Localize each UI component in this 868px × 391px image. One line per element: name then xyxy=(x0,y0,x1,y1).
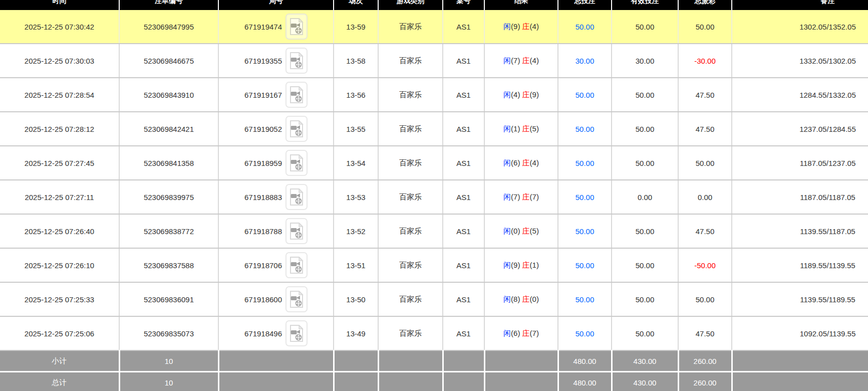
cell-total-bet: 50.00 xyxy=(558,112,612,146)
cell-valid-bet: 50.00 xyxy=(612,146,678,180)
video-replay-button[interactable] xyxy=(285,320,308,346)
cell-table-number: AS1 xyxy=(443,146,484,180)
cell-round: 671918959 xyxy=(218,146,334,180)
video-replay-icon xyxy=(290,154,304,171)
cell-game-type: 百家乐 xyxy=(378,146,443,180)
video-replay-button[interactable] xyxy=(285,218,308,244)
cell-remark: 1302.05/1352.05 xyxy=(732,10,868,44)
table-body: 2025-12-25 07:30:42523069847995671919474… xyxy=(0,10,868,350)
cell-remark: 1187.05/1187.05 xyxy=(732,180,868,214)
result-player-score: (7) xyxy=(511,56,520,65)
table-row: 2025-12-25 07:28:54523069843910671919167… xyxy=(0,78,868,112)
footer-bet-count: 10 xyxy=(119,350,218,372)
result-banker-score: (7) xyxy=(530,329,539,337)
total-bet-link[interactable]: 50.00 xyxy=(575,159,595,167)
cell-round: 671919474 xyxy=(218,10,334,44)
video-replay-button[interactable] xyxy=(285,116,308,142)
cell-bet-id: 523069838772 xyxy=(119,214,218,248)
result-banker-score: (4) xyxy=(530,56,539,65)
total-bet-link[interactable]: 50.00 xyxy=(575,295,595,304)
video-replay-button[interactable] xyxy=(285,14,308,40)
cell-total-bet: 50.00 xyxy=(558,146,612,180)
result-player-label: 闲 xyxy=(503,90,511,99)
cell-total-payout: 50.00 xyxy=(678,10,732,44)
video-replay-button[interactable] xyxy=(285,252,308,278)
total-bet-link[interactable]: 50.00 xyxy=(575,193,595,202)
table-row: 2025-12-25 07:26:40523069838772671918788… xyxy=(0,214,868,248)
cell-valid-bet: 50.00 xyxy=(612,316,678,350)
cell-total-bet: 50.00 xyxy=(558,282,612,316)
result-banker-label: 庄 xyxy=(522,90,530,99)
cell-result: 闲(9) 庄(1) xyxy=(484,248,558,282)
table-footer: 小计10480.00430.00260.00总计10480.00430.0026… xyxy=(0,350,868,391)
cell-table-number: AS1 xyxy=(443,214,484,248)
total-bet-link[interactable]: 50.00 xyxy=(575,23,595,31)
video-replay-button[interactable] xyxy=(285,150,308,176)
video-replay-button[interactable] xyxy=(285,184,308,210)
total-bet-link[interactable]: 50.00 xyxy=(575,329,595,338)
cell-session: 13-59 xyxy=(334,10,378,44)
cell-table-number: AS1 xyxy=(443,248,484,282)
round-number: 671918706 xyxy=(244,261,282,270)
result-banker-label: 庄 xyxy=(522,158,530,167)
cell-session: 13-54 xyxy=(334,146,378,180)
cell-game-type: 百家乐 xyxy=(378,248,443,282)
cell-bet-id: 523069837588 xyxy=(119,248,218,282)
cell-time: 2025-12-25 07:30:42 xyxy=(0,10,119,44)
video-replay-icon xyxy=(290,291,304,308)
round-wrap: 671919052 xyxy=(244,116,308,142)
footer-label-grand_total: 总计 xyxy=(0,372,119,391)
cell-valid-bet: 50.00 xyxy=(612,112,678,146)
video-replay-icon xyxy=(290,120,304,137)
footer-total-bet: 480.00 xyxy=(558,372,612,391)
cell-valid-bet: 50.00 xyxy=(612,282,678,316)
result-player-label: 闲 xyxy=(503,329,511,337)
cell-total-bet: 50.00 xyxy=(558,180,612,214)
round-wrap: 671919474 xyxy=(244,14,308,40)
result-player-label: 闲 xyxy=(503,56,511,65)
result-banker-score: (9) xyxy=(530,90,539,99)
result-player-score: (9) xyxy=(511,22,520,31)
cell-session: 13-53 xyxy=(334,180,378,214)
cell-time: 2025-12-25 07:27:45 xyxy=(0,146,119,180)
result-player-score: (9) xyxy=(511,261,520,269)
footer-empty-remark xyxy=(732,350,868,372)
result-banker-score: (5) xyxy=(530,124,539,133)
total-bet-link[interactable]: 50.00 xyxy=(575,91,595,99)
total-bet-link[interactable]: 50.00 xyxy=(575,125,595,133)
cell-valid-bet: 50.00 xyxy=(612,214,678,248)
bet-records-table: 时间注单编号局号场次游戏类别桌号结果总投注有效投注总派彩备注 2025-12-2… xyxy=(0,0,868,391)
video-replay-button[interactable] xyxy=(285,82,308,108)
result-banker-label: 庄 xyxy=(522,192,530,201)
cell-table-number: AS1 xyxy=(443,282,484,316)
cell-round: 671918496 xyxy=(218,316,334,350)
cell-result: 闲(1) 庄(5) xyxy=(484,112,558,146)
total-bet-link[interactable]: 50.00 xyxy=(575,227,595,236)
cell-remark: 1139.55/1187.05 xyxy=(732,214,868,248)
cell-total-payout: -50.00 xyxy=(678,248,732,282)
cell-round: 671918788 xyxy=(218,214,334,248)
col-header-result: 结果 xyxy=(484,0,558,10)
total-bet-link[interactable]: 30.00 xyxy=(575,57,595,65)
round-number: 671918883 xyxy=(244,193,282,202)
col-header-total_payout: 总派彩 xyxy=(678,0,732,10)
footer-bet-count: 10 xyxy=(119,372,218,391)
cell-total-bet: 50.00 xyxy=(558,214,612,248)
round-wrap: 671918959 xyxy=(244,150,308,176)
video-replay-button[interactable] xyxy=(285,286,308,312)
result-player-label: 闲 xyxy=(503,295,511,303)
cell-remark: 1139.55/1189.55 xyxy=(732,282,868,316)
cell-remark: 1332.05/1302.05 xyxy=(732,44,868,78)
result-player-score: (6) xyxy=(511,329,520,337)
col-header-game_type: 游戏类别 xyxy=(378,0,443,10)
cell-result: 闲(4) 庄(9) xyxy=(484,78,558,112)
footer-total-payout: 260.00 xyxy=(678,372,732,391)
video-replay-button[interactable] xyxy=(285,48,308,74)
result-banker-label: 庄 xyxy=(522,22,530,31)
total-bet-link[interactable]: 50.00 xyxy=(575,261,595,270)
result-banker-label: 庄 xyxy=(522,56,530,65)
round-number: 671919167 xyxy=(244,91,282,99)
result-player-score: (0) xyxy=(511,227,520,235)
cell-total-bet: 50.00 xyxy=(558,248,612,282)
result-banker-score: (4) xyxy=(530,22,539,31)
